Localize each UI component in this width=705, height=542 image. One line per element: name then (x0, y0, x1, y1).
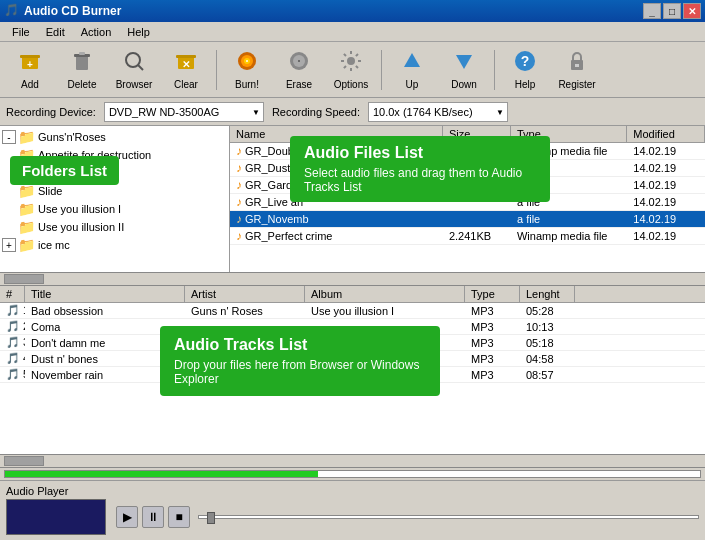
seek-thumb[interactable] (207, 512, 215, 524)
app-icon: 🎵 (4, 3, 20, 19)
svg-text:✕: ✕ (182, 59, 190, 70)
player-seek-bar[interactable] (198, 515, 699, 519)
help-button[interactable]: ? Help (501, 46, 549, 93)
menu-edit[interactable]: Edit (38, 24, 73, 40)
tree-item-icemc[interactable]: + 📁 ice mc (2, 236, 227, 254)
register-button[interactable]: Register (553, 46, 601, 93)
tree-item-gunsnroses[interactable]: - 📁 Guns'n'Roses (2, 128, 227, 146)
track-col-album[interactable]: Album (305, 286, 465, 302)
file-cell-name-5: ♪GR_Perfect crime (230, 228, 443, 244)
file-row-selected[interactable]: ♪GR_Novemb a file 14.02.19 (230, 211, 705, 228)
burn-label: Burn! (235, 79, 259, 90)
svg-rect-3 (76, 56, 88, 70)
file-icon-3: ♪ (236, 195, 242, 209)
close-button[interactable]: ✕ (683, 3, 701, 19)
down-button[interactable]: Down (440, 46, 488, 93)
up-icon (400, 49, 424, 77)
player-controls: ▶ ⏸ ■ (6, 499, 699, 535)
track-cell-length-4: 08:57 (520, 368, 575, 382)
audio-files-tooltip-title: Audio Files List (304, 144, 536, 162)
player-visualizer (6, 499, 106, 535)
maximize-button[interactable]: □ (663, 3, 681, 19)
folder-icon-gunsnroses: 📁 (18, 129, 35, 145)
browser-button[interactable]: Browser (110, 46, 158, 93)
svg-line-7 (138, 65, 143, 70)
minimize-button[interactable]: _ (643, 3, 661, 19)
recording-device-select[interactable]: DVD_RW ND-3500AG (104, 102, 264, 122)
track-cell-title-0: Bad obsession (25, 304, 185, 318)
track-icon-4: 🎵 (6, 368, 20, 380)
menu-action[interactable]: Action (73, 24, 120, 40)
tree-expand-icemc[interactable]: + (2, 238, 16, 252)
file-cell-modified-1: 14.02.19 (627, 161, 705, 175)
audio-tracks-tooltip: Audio Tracks List Drop your files here f… (160, 326, 440, 396)
folder-icon-illusion2: 📁 (18, 219, 35, 235)
file-col-modified[interactable]: Modified (627, 126, 705, 142)
tracks-hscroll[interactable] (0, 454, 705, 468)
recording-speed-select[interactable]: 10.0x (1764 KB/sec) (368, 102, 508, 122)
tree-expand-gunsnroses[interactable]: - (2, 130, 16, 144)
player-play-button[interactable]: ▶ (116, 506, 138, 528)
erase-label: Erase (286, 79, 312, 90)
toolbar: + Add Delete Browser ✕ Clear Burn! Erase (0, 42, 705, 98)
svg-text:+: + (27, 59, 33, 70)
file-cell-type-4: a file (511, 212, 627, 226)
title-bar: 🎵 Audio CD Burner _ □ ✕ (0, 0, 705, 22)
hscroll-thumb[interactable] (4, 274, 44, 284)
delete-icon (70, 49, 94, 77)
menu-file[interactable]: File (4, 24, 38, 40)
file-list[interactable]: Name Size Type Modified ♪GR_Double talki… (230, 126, 705, 272)
tree-item-illusion1[interactable]: 📁 Use you illusion I (2, 200, 227, 218)
file-cell-modified-0: 14.02.19 (627, 144, 705, 158)
options-button[interactable]: Options (327, 46, 375, 93)
tracks-hscroll-thumb[interactable] (4, 456, 44, 466)
track-icon-3: 🎵 (6, 352, 20, 364)
svg-point-14 (246, 60, 248, 62)
track-cell-type-1: MP3 (465, 320, 520, 334)
help-label: Help (515, 79, 536, 90)
svg-rect-24 (575, 64, 579, 67)
up-button[interactable]: Up (388, 46, 436, 93)
file-cell-modified-5: 14.02.19 (627, 229, 705, 243)
track-cell-album-0: Use you illusion I (305, 304, 465, 318)
tracks-header: # Title Artist Album Type Lenght (0, 286, 705, 303)
add-icon: + (18, 49, 42, 77)
track-row[interactable]: 🎵 1 Bad obsession Guns n' Roses Use you … (0, 303, 705, 319)
player-stop-button[interactable]: ■ (168, 506, 190, 528)
folder-icon-illusion1: 📁 (18, 201, 35, 217)
track-cell-num-0: 🎵 1 (0, 303, 25, 318)
player-pause-button[interactable]: ⏸ (142, 506, 164, 528)
tree-label-icemc: ice mc (38, 239, 70, 251)
folder-tree[interactable]: - 📁 Guns'n'Roses 📁 Appetite for destruct… (0, 126, 230, 272)
file-row[interactable]: ♪GR_Perfect crime 2.241KB Winamp media f… (230, 228, 705, 245)
folder-icon-icemc: 📁 (18, 237, 35, 253)
device-bar: Recording Device: DVD_RW ND-3500AG Recor… (0, 98, 705, 126)
file-icon-4: ♪ (236, 212, 242, 226)
svg-rect-1 (20, 55, 40, 58)
recording-device-wrapper[interactable]: DVD_RW ND-3500AG (104, 102, 264, 122)
add-button[interactable]: + Add (6, 46, 54, 93)
track-col-num[interactable]: # (0, 286, 25, 302)
erase-button[interactable]: Erase (275, 46, 323, 93)
recording-speed-wrapper[interactable]: 10.0x (1764 KB/sec) (368, 102, 508, 122)
svg-point-18 (347, 57, 355, 65)
track-cell-length-2: 05:18 (520, 336, 575, 350)
menu-bar: File Edit Action Help (0, 22, 705, 42)
track-cell-length-3: 04:58 (520, 352, 575, 366)
burn-button[interactable]: Burn! (223, 46, 271, 93)
menu-help[interactable]: Help (119, 24, 158, 40)
file-list-hscroll[interactable] (0, 272, 705, 286)
svg-point-6 (126, 53, 140, 67)
track-cell-num-3: 🎵 4 (0, 351, 25, 366)
tracks-pane[interactable]: # Title Artist Album Type Lenght 🎵 1 Bad… (0, 286, 705, 454)
help-icon: ? (513, 49, 537, 77)
svg-rect-9 (176, 55, 196, 58)
clear-button[interactable]: ✕ Clear (162, 46, 210, 93)
track-col-type[interactable]: Type (465, 286, 520, 302)
track-icon-0: 🎵 (6, 304, 20, 316)
delete-button[interactable]: Delete (58, 46, 106, 93)
tree-item-illusion2[interactable]: 📁 Use you illusion II (2, 218, 227, 236)
track-col-length[interactable]: Lenght (520, 286, 575, 302)
track-col-artist[interactable]: Artist (185, 286, 305, 302)
track-col-title[interactable]: Title (25, 286, 185, 302)
